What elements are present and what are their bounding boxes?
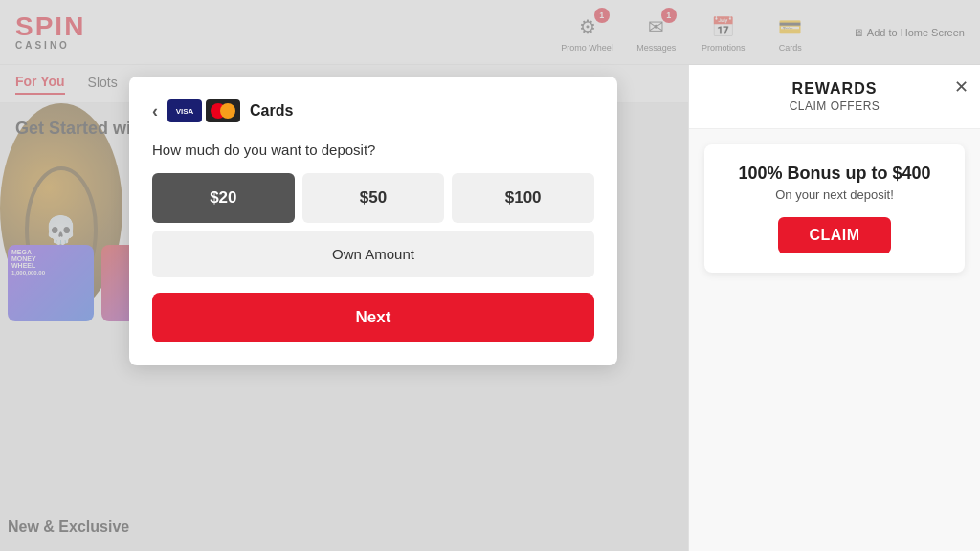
visa-icon: VISA — [167, 99, 202, 122]
bonus-subtitle: On your next deposit! — [724, 187, 946, 202]
close-rewards-btn[interactable]: ✕ — [954, 77, 969, 98]
bonus-title: 100% Bonus up to $400 — [724, 164, 946, 184]
rewards-panel: REWARDS CLAIM OFFERS ✕ 100% Bonus up to … — [688, 65, 980, 551]
modal-title: Cards — [250, 102, 293, 120]
rewards-content: 100% Bonus up to $400 On your next depos… — [689, 129, 980, 288]
amount-50-btn[interactable]: $50 — [302, 173, 445, 223]
mastercard-icon — [206, 99, 240, 122]
amount-20-btn[interactable]: $20 — [152, 173, 295, 223]
amount-100-btn[interactable]: $100 — [452, 173, 594, 223]
rewards-header: REWARDS CLAIM OFFERS ✕ — [689, 65, 980, 129]
card-icons: VISA — [167, 99, 240, 122]
next-btn[interactable]: Next — [152, 293, 594, 342]
claim-btn[interactable]: CLAIM — [778, 217, 890, 253]
rewards-subtitle: CLAIM OFFERS — [704, 99, 965, 113]
modal-header: ‹ VISA Cards — [152, 99, 594, 122]
mc-orange-circle — [220, 103, 235, 119]
deposit-question: How much do you want to deposit? — [152, 142, 594, 158]
own-amount-btn[interactable]: Own Amount — [152, 231, 594, 277]
rewards-title: REWARDS — [704, 80, 965, 98]
deposit-modal: ‹ VISA Cards How much do you want to dep… — [129, 77, 617, 365]
amount-grid: $20 $50 $100 — [152, 173, 594, 223]
back-button[interactable]: ‹ — [152, 101, 158, 121]
bonus-card: 100% Bonus up to $400 On your next depos… — [704, 144, 965, 273]
